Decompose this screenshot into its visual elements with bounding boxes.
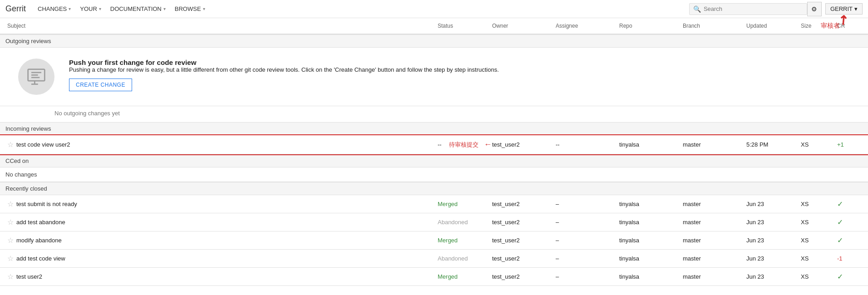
your-caret: ▾ [99,6,101,11]
outgoing-section: Push your first change for code review P… [0,48,868,106]
rc-cr-2: ✓ [835,235,863,246]
rc-branch-0: master [681,200,745,208]
rc-owner-2: test_user2 [490,236,554,245]
rc-subject-link-2[interactable]: modify abandone [16,237,62,244]
th-assignee: Assignee [554,22,617,30]
settings-button[interactable]: ⚙ [807,2,822,16]
th-updated: Updated [745,22,799,30]
cced-section-header: CCed on [0,154,868,167]
rc-branch-2: master [681,236,745,245]
rc-updated-1: Jun 23 [745,218,799,226]
rc-updated-2: Jun 23 [745,236,799,245]
rc-star-2[interactable]: ☆ [7,236,14,245]
incoming-branch-0: master [681,140,745,149]
top-nav: Gerrit CHANGES ▾ YOUR ▾ DOCUMENTATION ▾ … [0,0,868,18]
rc-owner-4: test_user2 [490,272,554,281]
nav-changes[interactable]: CHANGES ▾ [33,0,75,18]
incoming-subject-0[interactable]: ☆ test code view user2 [5,139,436,150]
rc-assignee-3: – [554,254,617,263]
star-icon-0[interactable]: ☆ [7,140,14,149]
rc-subject-link-0[interactable]: test submit is not ready [16,201,77,207]
nav-right: ⚙ GERRIT ▾ [807,2,863,16]
outgoing-body: Pushing a change for review is easy, but… [69,66,499,73]
logo: Gerrit [5,4,26,14]
no-outgoing-text: No outgoing changes yet [0,106,868,122]
outgoing-icon [18,59,54,95]
th-size: Size [799,22,835,30]
recently-closed-row-2[interactable]: ☆ modify abandone Merged test_user2 – ti… [0,231,868,250]
rc-subject-link-4[interactable]: test user2 [16,273,42,280]
incoming-repo-0: tinyalsa [617,140,681,149]
rc-repo-4: tinyalsa [617,272,681,281]
rc-star-0[interactable]: ☆ [7,200,14,208]
rc-repo-0: tinyalsa [617,200,681,208]
create-change-button[interactable]: CREATE CHANGE [69,79,132,91]
incoming-cr-0: +1 [835,140,863,149]
recently-closed-row-1[interactable]: ☆ add test abandone Abandoned test_user2… [0,213,868,231]
code-review-icon [26,67,46,87]
incoming-updated-0: 5:28 PM [745,140,799,149]
rc-repo-3: tinyalsa [617,254,681,263]
outgoing-section-header: Outgoing reviews [0,34,868,48]
rc-cr-4: ✓ [835,271,863,282]
rc-repo-1: tinyalsa [617,218,681,226]
rc-subject-link-1[interactable]: add test abandone [16,219,65,226]
rc-star-4[interactable]: ☆ [7,272,14,281]
incoming-assignee-0: -- [554,140,617,149]
incoming-size-0: XS [799,140,835,149]
rc-owner-0: test_user2 [490,200,554,208]
outgoing-heading: Push your first change for code review [69,59,499,66]
th-owner: Owner [490,22,554,30]
rc-assignee-0: – [554,200,617,208]
user-menu-button[interactable]: GERRIT ▾ [825,3,863,15]
rc-subject-2[interactable]: ☆ modify abandone [5,235,436,246]
rc-subject-4[interactable]: ☆ test user2 [5,271,436,282]
rc-owner-1: test_user2 [490,218,554,226]
recently-closed-section-header: Recently closed [0,182,868,195]
rc-star-3[interactable]: ☆ [7,254,14,263]
th-status: Status [436,22,490,30]
rc-status-0: Merged [436,200,490,208]
rc-subject-1[interactable]: ☆ add test abandone [5,217,436,227]
rc-repo-2: tinyalsa [617,236,681,245]
documentation-caret: ▾ [163,6,166,11]
nav-your[interactable]: YOUR ▾ [75,0,106,18]
rc-subject-link-3[interactable]: add test code view [16,255,65,262]
rc-updated-3: Jun 23 [745,254,799,263]
incoming-row-0[interactable]: ☆ test code view user2 -- 待审核提交 ← test_u… [0,135,868,154]
nav-browse[interactable]: BROWSE ▾ [170,0,210,18]
rc-size-4: XS [799,272,835,281]
nav-documentation[interactable]: DOCUMENTATION ▾ [106,0,170,18]
gear-icon: ⚙ [811,5,817,13]
rc-subject-0[interactable]: ☆ test submit is not ready [5,199,436,209]
th-repo: Repo [617,22,681,30]
recently-closed-rows: ☆ test submit is not ready Merged test_u… [0,195,868,286]
rc-status-3: Abandoned [436,254,490,263]
rc-cr-3: -1 [835,254,863,263]
rc-size-3: XS [799,254,835,263]
rc-status-4: Merged [436,272,490,281]
rc-assignee-1: – [554,218,617,226]
th-branch: Branch [681,22,745,30]
subject-link-0[interactable]: test code view user2 [16,141,70,148]
rc-updated-4: Jun 23 [745,272,799,281]
incoming-annotation-0: 待审核提交 [449,141,478,149]
rc-owner-3: test_user2 [490,254,554,263]
incoming-section-header: Incoming reviews [0,122,868,135]
recently-closed-row-0[interactable]: ☆ test submit is not ready Merged test_u… [0,195,868,213]
rc-subject-3[interactable]: ☆ add test code view [5,253,436,264]
recently-closed-row-3[interactable]: ☆ add test code view Abandoned test_user… [0,250,868,268]
rc-branch-3: master [681,254,745,263]
rc-assignee-2: – [554,236,617,245]
recently-closed-row-4[interactable]: ☆ test user2 Merged test_user2 – tinyals… [0,268,868,286]
rc-cr-1: ✓ [835,217,863,227]
table-header: Subject Status Owner Assignee Repo Branc… [0,18,868,34]
rc-status-1: Abandoned [436,218,490,226]
no-cced-text: No changes [0,167,868,182]
search-box[interactable]: 🔍 [689,3,807,15]
rc-size-2: XS [799,236,835,245]
rc-star-1[interactable]: ☆ [7,218,14,226]
search-input[interactable] [704,5,803,12]
search-icon: 🔍 [693,5,701,13]
rc-size-1: XS [799,218,835,226]
